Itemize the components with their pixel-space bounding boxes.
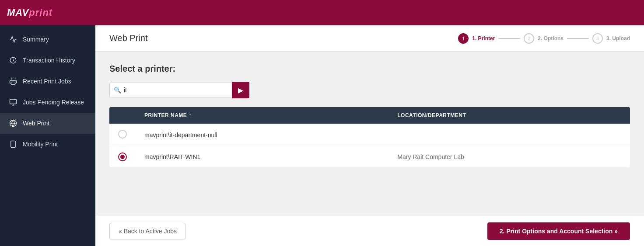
printer-rows: mavprint\it-department-nullmavprint\RAIT… (109, 124, 630, 167)
step-circle-1: 1 (458, 33, 469, 44)
svg-rect-1 (11, 78, 15, 80)
table-row[interactable]: mavprint\it-department-null (109, 124, 630, 146)
step-number-3: 3 (596, 36, 599, 41)
sidebar-item-label-recent-print-jobs: Recent Print Jobs (23, 78, 71, 85)
topbar (95, 0, 644, 25)
webprint-icon (9, 119, 18, 128)
step-circle-3: 3 (592, 33, 603, 44)
footer: « Back to Active Jobs 2. Print Options a… (95, 216, 644, 246)
sidebar-item-jobs-pending-release[interactable]: Jobs Pending Release (0, 92, 95, 113)
stepper: 1 1. Printer 2 2. Options 3 3. Upload (458, 33, 630, 44)
svg-rect-3 (10, 99, 17, 104)
mobile-icon (9, 140, 18, 149)
webprint-header: Web Print 1 1. Printer 2 2. Options (95, 25, 644, 52)
sidebar-item-label-transaction-history: Transaction History (23, 57, 75, 64)
sidebar-item-mobility-print[interactable]: Mobility Print (0, 134, 95, 155)
logo-text: MAVprint (7, 7, 52, 18)
sidebar-item-web-print[interactable]: Web Print (0, 113, 95, 134)
step-3: 3 3. Upload (592, 33, 630, 44)
step-2: 2 2. Options (524, 33, 564, 44)
step-number-1: 1 (462, 36, 465, 41)
printer-location-cell (388, 124, 630, 146)
search-input[interactable] (109, 83, 232, 97)
radio-button[interactable] (118, 152, 127, 161)
sidebar-nav: Summary Transaction History Recent Print… (0, 25, 95, 246)
next-button[interactable]: 2. Print Options and Account Selection » (487, 222, 630, 240)
logo: MAVprint (0, 0, 95, 25)
step-1: 1 1. Printer (458, 33, 495, 44)
sidebar-item-label-summary: Summary (23, 36, 49, 43)
logo-print: print (29, 7, 52, 18)
search-button[interactable]: ▶ (232, 82, 249, 98)
printer-name-cell: mavprint\RAIT-WIN1 (136, 146, 388, 168)
radio-cell[interactable] (109, 124, 136, 146)
step-number-2: 2 (528, 36, 530, 41)
search-icon: 🔍 (114, 87, 121, 94)
step-circle-2: 2 (524, 33, 534, 44)
chart-icon (9, 35, 18, 44)
logo-mav: MAV (7, 7, 29, 18)
sidebar-item-label-jobs-pending-release: Jobs Pending Release (23, 99, 84, 106)
page-title: Web Print (109, 33, 147, 43)
printer-table: PRINTER NAME ↑ LOCATION/DEPARTMENT mavpr… (109, 107, 630, 167)
step-line-2 (567, 38, 589, 39)
svg-rect-6 (11, 141, 16, 148)
search-bar: 🔍 ▶ (109, 82, 249, 98)
radio-cell[interactable] (109, 146, 136, 168)
back-button[interactable]: « Back to Active Jobs (109, 223, 186, 239)
step-label-2: 2. Options (538, 35, 564, 42)
content-area: Web Print 1 1. Printer 2 2. Options (95, 25, 644, 246)
col-printer-name-label: PRINTER NAME ↑ (144, 112, 192, 118)
sidebar-item-summary[interactable]: Summary (0, 29, 95, 50)
step-line-1 (498, 38, 520, 39)
sidebar: MAVprint Summary Transaction History Rec… (0, 0, 95, 246)
table-header-row: PRINTER NAME ↑ LOCATION/DEPARTMENT (109, 107, 630, 124)
sidebar-item-recent-print-jobs[interactable]: Recent Print Jobs (0, 71, 95, 92)
col-select (109, 107, 136, 124)
sidebar-item-label-mobility-print: Mobility Print (23, 141, 58, 148)
search-input-wrap: 🔍 (109, 83, 232, 97)
sidebar-item-label-web-print: Web Print (23, 120, 49, 127)
sidebar-item-transaction-history[interactable]: Transaction History (0, 50, 95, 71)
main-content: Web Print 1 1. Printer 2 2. Options (95, 0, 644, 246)
table-row[interactable]: mavprint\RAIT-WIN1Mary Rait Computer Lab (109, 146, 630, 168)
page-body: Select a printer: 🔍 ▶ PRINTER NAME ↑ (95, 52, 644, 216)
print-icon (9, 77, 18, 86)
col-location: LOCATION/DEPARTMENT (388, 107, 630, 124)
radio-button[interactable] (118, 130, 127, 139)
history-icon (9, 56, 18, 65)
pending-icon (9, 98, 18, 107)
step-label-3: 3. Upload (606, 35, 630, 42)
step-label-1: 1. Printer (472, 35, 495, 42)
printer-location-cell: Mary Rait Computer Lab (388, 146, 630, 168)
svg-rect-2 (11, 82, 15, 85)
select-printer-heading: Select a printer: (109, 64, 630, 74)
printer-name-cell: mavprint\it-department-null (136, 124, 388, 146)
col-printer-name: PRINTER NAME ↑ (136, 107, 388, 124)
col-location-label: LOCATION/DEPARTMENT (397, 112, 466, 118)
radio-inner (120, 155, 125, 159)
